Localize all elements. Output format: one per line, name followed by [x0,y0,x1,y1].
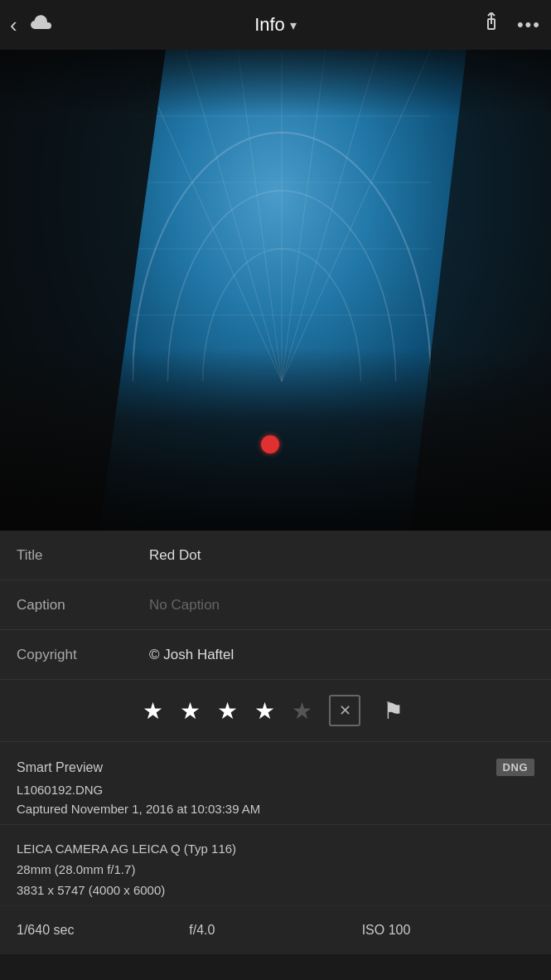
red-dot [261,435,279,454]
camera-model: LEICA CAMERA AG LEICA Q (Typ 116) [17,842,534,856]
pick-flag[interactable]: ⚑ [377,695,408,726]
photo-background [0,50,551,531]
header-right: ••• [482,12,541,37]
caption-row: Caption No Caption [0,580,551,630]
title-row: Title Red Dot [0,531,551,580]
header-left: ‹ [10,14,52,36]
more-options-icon[interactable]: ••• [517,14,541,36]
star-2[interactable]: ★ [180,697,201,725]
info-panel: Title Red Dot Caption No Caption Copyrig… [0,531,551,954]
dng-badge: DNG [496,759,534,776]
cloud-icon[interactable] [31,14,52,36]
back-button[interactable]: ‹ [10,14,17,36]
arch-top-overlay [0,50,551,116]
title-value[interactable]: Red Dot [149,547,534,564]
stars-row: ★ ★ ★ ★ ★ ✕ ⚑ [0,680,551,742]
caption-label: Caption [17,597,149,614]
copyright-label: Copyright [17,647,149,663]
copyright-value[interactable]: © Josh Haftel [149,647,534,663]
camera-section: LEICA CAMERA AG LEICA Q (Typ 116) 28mm (… [0,825,551,906]
smart-preview-label: Smart Preview [17,760,103,775]
chevron-down-icon[interactable]: ▾ [290,17,297,33]
smart-preview-row: Smart Preview DNG [17,759,534,776]
caption-value[interactable]: No Caption [149,597,534,614]
copyright-row: Copyright © Josh Haftel [0,630,551,680]
iso: ISO 100 [362,923,534,938]
star-1[interactable]: ★ [143,697,163,725]
shutter-speed: 1/640 sec [17,923,189,938]
x-icon: ✕ [339,701,351,720]
flag-icon: ⚑ [383,697,404,725]
star-4[interactable]: ★ [254,697,275,725]
captured-date: Captured November 1, 2016 at 10:03:39 AM [17,802,534,816]
photo-container [0,50,551,531]
reject-flag[interactable]: ✕ [329,695,360,726]
camera-lens: 28mm (28.0mm f/1.7) [17,862,534,876]
exposure-row: 1/640 sec f/4.0 ISO 100 [0,906,551,954]
camera-resolution: 3831 x 5747 (4000 x 6000) [17,883,534,897]
info-label: Info [254,14,285,36]
share-icon[interactable] [482,12,500,37]
smart-preview-section: Smart Preview DNG L1060192.DNG Captured … [0,742,551,825]
title-label: Title [17,547,149,564]
filename: L1060192.DNG [17,783,534,797]
aperture: f/4.0 [189,923,361,938]
header: ‹ Info ▾ ••• [0,0,551,50]
star-3[interactable]: ★ [217,697,238,725]
star-5[interactable]: ★ [292,697,312,725]
header-center: Info ▾ [254,14,297,36]
